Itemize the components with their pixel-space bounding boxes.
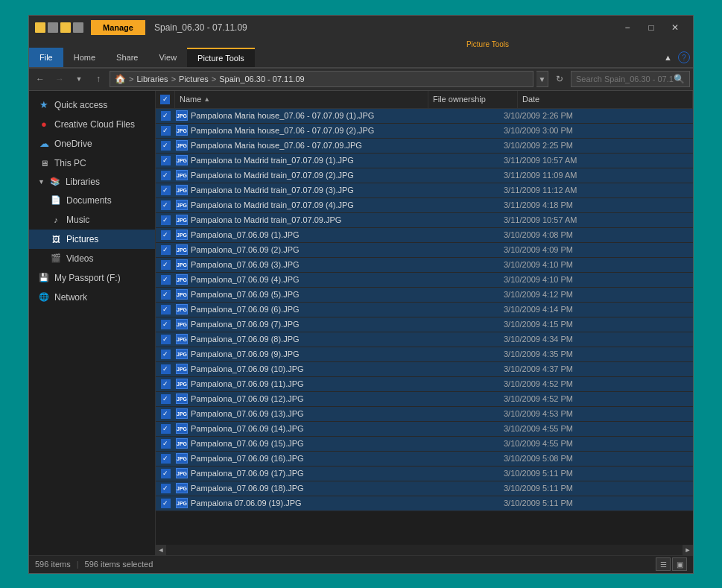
path-libraries[interactable]: Libraries bbox=[136, 75, 168, 83]
header-date[interactable]: Date bbox=[518, 91, 693, 108]
large-icons-button[interactable]: ▣ bbox=[672, 557, 687, 571]
table-row[interactable]: JPG Pampalona to Madrid train_07.07.09.J… bbox=[156, 213, 693, 228]
table-row[interactable]: JPG Pampalona_07.06.09 (16).JPG 3/10/200… bbox=[156, 452, 693, 467]
file-checkbox-13[interactable] bbox=[161, 305, 171, 314]
file-checkbox-25[interactable] bbox=[161, 484, 171, 493]
header-name[interactable]: Name ▲ bbox=[175, 91, 428, 108]
row-checkbox-23[interactable] bbox=[156, 452, 175, 466]
sidebar-item-pictures[interactable]: 🖼 Pictures bbox=[29, 230, 155, 249]
sidebar-item-onedrive[interactable]: ☁ OneDrive bbox=[29, 134, 155, 154]
tab-home[interactable]: Home bbox=[63, 48, 106, 67]
table-row[interactable]: JPG Pampalona_07.06.09 (14).JPG 3/10/200… bbox=[156, 422, 693, 437]
expand-ribbon-button[interactable]: ▲ bbox=[661, 51, 675, 63]
back-button[interactable]: ← bbox=[32, 71, 48, 87]
row-checkbox-22[interactable] bbox=[156, 437, 175, 451]
table-row[interactable]: JPG Pampalona to Madrid train_07.07.09 (… bbox=[156, 168, 693, 183]
table-row[interactable]: JPG Pampalona_07.06.09 (6).JPG 3/10/2009… bbox=[156, 303, 693, 317]
row-checkbox-26[interactable] bbox=[156, 496, 175, 510]
scroll-right-button[interactable]: ► bbox=[683, 545, 693, 555]
row-checkbox-7[interactable] bbox=[156, 213, 175, 227]
row-checkbox-25[interactable] bbox=[156, 481, 175, 496]
path-pictures[interactable]: Pictures bbox=[179, 75, 209, 83]
table-row[interactable]: JPG Pampalona to Madrid train_07.07.09 (… bbox=[156, 183, 693, 198]
row-checkbox-20[interactable] bbox=[156, 407, 175, 421]
search-input[interactable] bbox=[576, 75, 674, 83]
file-checkbox-12[interactable] bbox=[161, 290, 171, 300]
file-checkbox-5[interactable] bbox=[161, 186, 171, 195]
table-row[interactable]: JPG Pampalona to Madrid train_07.07.09 (… bbox=[156, 198, 693, 213]
table-row[interactable]: JPG Pampalona Maria house_07.06 - 07.07.… bbox=[156, 139, 693, 154]
details-view-button[interactable]: ☰ bbox=[656, 557, 671, 571]
table-row[interactable]: JPG Pampalona_07.06.09 (5).JPG 3/10/2009… bbox=[156, 288, 693, 303]
file-checkbox-11[interactable] bbox=[161, 275, 171, 285]
help-button[interactable]: ? bbox=[678, 51, 690, 63]
tab-view[interactable]: View bbox=[148, 48, 187, 67]
table-row[interactable]: JPG Pampalona_07.06.09 (4).JPG 3/10/2009… bbox=[156, 273, 693, 288]
row-checkbox-19[interactable] bbox=[156, 392, 175, 406]
row-checkbox-2[interactable] bbox=[156, 139, 175, 153]
close-button[interactable]: ✕ bbox=[663, 20, 687, 35]
minimize-button[interactable]: − bbox=[615, 20, 639, 35]
row-checkbox-5[interactable] bbox=[156, 183, 175, 197]
sidebar-item-this-pc[interactable]: 🖥 This PC bbox=[29, 154, 155, 173]
row-checkbox-12[interactable] bbox=[156, 288, 175, 302]
file-checkbox-9[interactable] bbox=[161, 245, 171, 255]
sidebar-item-network[interactable]: 🌐 Network bbox=[29, 288, 155, 307]
table-row[interactable]: JPG Pampalona_07.06.09 (7).JPG 3/10/2009… bbox=[156, 317, 693, 332]
horizontal-scrollbar[interactable]: ◄ ► bbox=[156, 545, 693, 555]
file-checkbox-6[interactable] bbox=[161, 200, 171, 210]
row-checkbox-3[interactable] bbox=[156, 154, 175, 168]
file-checkbox-2[interactable] bbox=[161, 141, 171, 151]
row-checkbox-14[interactable] bbox=[156, 317, 175, 332]
file-checkbox-14[interactable] bbox=[161, 320, 171, 329]
file-checkbox-23[interactable] bbox=[161, 454, 171, 464]
sidebar-item-my-passport[interactable]: 💾 My Passport (F:) bbox=[29, 268, 155, 288]
path-current[interactable]: Spain_06.30 - 07.11.09 bbox=[219, 75, 304, 83]
file-checkbox-18[interactable] bbox=[161, 379, 171, 389]
row-checkbox-15[interactable] bbox=[156, 332, 175, 347]
maximize-button[interactable]: □ bbox=[639, 20, 663, 35]
table-row[interactable]: JPG Pampalona_07.06.09 (8).JPG 3/10/2009… bbox=[156, 332, 693, 347]
file-checkbox-24[interactable] bbox=[161, 469, 171, 478]
manage-tab[interactable]: Manage bbox=[91, 20, 145, 35]
row-checkbox-0[interactable] bbox=[156, 109, 175, 123]
sidebar-item-quick-access[interactable]: ★ Quick access bbox=[29, 95, 155, 115]
sidebar-item-music[interactable]: ♪ Music bbox=[29, 210, 155, 230]
table-row[interactable]: JPG Pampalona_07.06.09 (11).JPG 3/10/200… bbox=[156, 377, 693, 392]
table-row[interactable]: JPG Pampalona 07.06.09 (19).JPG 3/10/200… bbox=[156, 496, 693, 511]
row-checkbox-16[interactable] bbox=[156, 347, 175, 361]
row-checkbox-11[interactable] bbox=[156, 273, 175, 287]
sidebar-item-creative-cloud[interactable]: ● Creative Cloud Files bbox=[29, 115, 155, 134]
forward-button[interactable]: → bbox=[51, 71, 68, 87]
table-row[interactable]: JPG Pampalona_07.06.09 (9).JPG 3/10/2009… bbox=[156, 347, 693, 362]
refresh-button[interactable]: ↻ bbox=[551, 71, 568, 87]
file-checkbox-7[interactable] bbox=[161, 215, 171, 225]
row-checkbox-21[interactable] bbox=[156, 422, 175, 436]
tab-file[interactable]: File bbox=[29, 48, 63, 67]
row-checkbox-1[interactable] bbox=[156, 124, 175, 138]
file-checkbox-0[interactable] bbox=[161, 111, 171, 121]
file-checkbox-22[interactable] bbox=[161, 439, 171, 449]
sidebar-item-documents[interactable]: 📄 Documents bbox=[29, 191, 155, 210]
table-row[interactable]: JPG Pampalona_07.06.09 (3).JPG 3/10/2009… bbox=[156, 258, 693, 273]
table-row[interactable]: JPG Pampalona_07.06.09 (13).JPG 3/10/200… bbox=[156, 407, 693, 422]
file-checkbox-26[interactable] bbox=[161, 499, 171, 508]
table-row[interactable]: JPG Pampalona to Madrid train_07.07.09 (… bbox=[156, 154, 693, 168]
table-row[interactable]: JPG Pampalona_07.06.09 (1).JPG 3/10/2009… bbox=[156, 228, 693, 243]
row-checkbox-24[interactable] bbox=[156, 467, 175, 481]
file-checkbox-19[interactable] bbox=[161, 394, 171, 404]
table-row[interactable]: JPG Pampalona Maria house_07.06 - 07.07.… bbox=[156, 124, 693, 139]
file-checkbox-3[interactable] bbox=[161, 156, 171, 165]
search-box[interactable]: 🔍 bbox=[571, 71, 690, 87]
header-checkbox[interactable] bbox=[156, 91, 175, 108]
select-all-checkbox[interactable] bbox=[160, 95, 170, 104]
address-dropdown[interactable]: ▼ bbox=[536, 71, 548, 87]
scroll-track[interactable] bbox=[166, 545, 683, 555]
row-checkbox-6[interactable] bbox=[156, 198, 175, 212]
file-checkbox-8[interactable] bbox=[161, 230, 171, 240]
file-checkbox-16[interactable] bbox=[161, 350, 171, 359]
table-row[interactable]: JPG Pampalona_07.06.09 (10).JPG 3/10/200… bbox=[156, 362, 693, 377]
tab-picture-tools[interactable]: Picture Tools bbox=[187, 48, 255, 67]
table-row[interactable]: JPG Pampalona_07.06.09 (17).JPG 3/10/200… bbox=[156, 467, 693, 481]
row-checkbox-18[interactable] bbox=[156, 377, 175, 391]
